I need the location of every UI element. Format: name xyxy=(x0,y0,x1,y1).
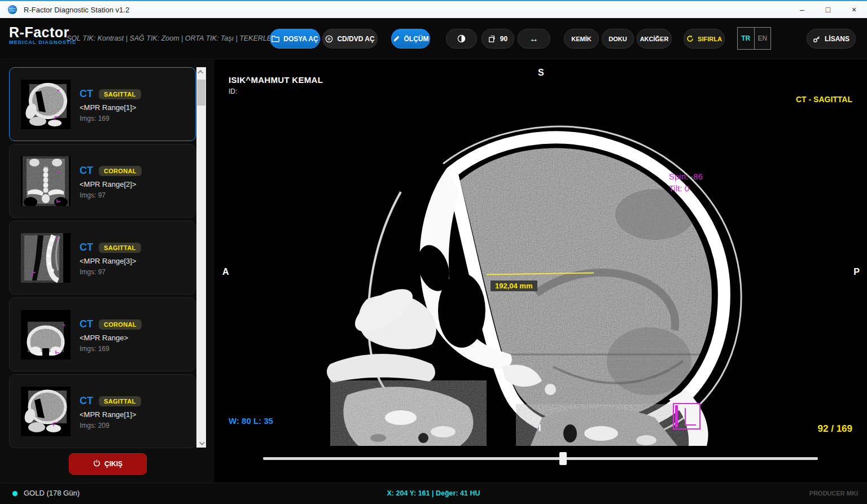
measure-label: ÖLÇÜM xyxy=(404,35,429,43)
series-image-count: Imgs: 97 xyxy=(80,268,106,276)
image-viewport[interactable]: ISIK^MAHMUT KEMAL ID: CT - SAGITTAL S A … xyxy=(214,59,867,483)
series-range: <MPR Range[1]> xyxy=(80,410,136,419)
slice-slider-track[interactable] xyxy=(263,457,818,460)
producer-label: PRODUCER MKI xyxy=(809,490,858,497)
orientation-posterior: P xyxy=(853,267,860,277)
orientation-superior: S xyxy=(538,68,544,78)
series-card-5[interactable]: CTSAGITTAL <MPR Range[1]> Imgs: 209 xyxy=(9,374,196,448)
application-window: R-Factor Diagnostic Station v1.2 – □ × R… xyxy=(0,0,867,504)
mouse-hint-text: SOL TIK: Kontrast | SAĞ TIK: Zoom | ORTA… xyxy=(67,34,296,42)
open-cd-button[interactable]: CD/DVD AÇ xyxy=(322,29,378,49)
series-thumbnail-coronal-head xyxy=(21,310,71,360)
maximize-button[interactable]: □ xyxy=(815,1,841,18)
open-cd-label: CD/DVD AÇ xyxy=(337,35,374,43)
close-button[interactable]: × xyxy=(841,1,867,18)
scroll-up-icon[interactable] xyxy=(196,67,206,76)
key-icon xyxy=(813,35,821,43)
tilt-value: Tilt: 0 xyxy=(669,182,703,194)
lung-window-label: AKCİĞER xyxy=(640,36,669,42)
series-card-2[interactable]: CTCORONAL <MPR Range[2]> Imgs: 97 xyxy=(9,144,196,218)
series-plane-badge: CORONAL xyxy=(99,166,142,176)
series-image-count: Imgs: 209 xyxy=(80,422,110,430)
series-modality: CT xyxy=(80,395,93,407)
contrast-icon xyxy=(457,34,466,43)
slice-slider-thumb[interactable] xyxy=(559,452,567,465)
series-thumbnail-coronal-neck xyxy=(21,156,71,206)
rotate-90-button[interactable]: 90 xyxy=(481,29,514,49)
series-modality: CT xyxy=(80,242,93,253)
scrollbar-thumb[interactable] xyxy=(197,80,205,106)
spin-tilt-readout: Spin: -86 Tilt: 0 xyxy=(669,170,703,194)
titlebar: R-Factor Diagnostic Station v1.2 – □ × xyxy=(0,0,867,18)
lung-window-button[interactable]: AKCİĞER xyxy=(637,29,672,49)
slice-counter: 92 / 169 xyxy=(818,423,852,435)
patient-name: ISIK^MAHMUT KEMAL xyxy=(229,75,323,85)
scroll-down-icon[interactable] xyxy=(196,439,206,448)
series-image-count: Imgs: 169 xyxy=(80,115,110,122)
series-image-count: Imgs: 97 xyxy=(80,191,106,199)
series-thumbnail-sagittal-head xyxy=(21,80,71,129)
series-range: <MPR Range[2]> xyxy=(80,180,136,189)
tissue-window-button[interactable]: DOKU xyxy=(602,29,634,49)
window-title: R-Factor Diagnostic Station v1.2 xyxy=(24,6,129,14)
series-card-1[interactable]: CTSAGITTAL <MPR Range[1]> Imgs: 169 xyxy=(9,67,196,141)
cursor-value-readout: X: 204 Y: 161 | Değer: 41 HU xyxy=(0,489,867,497)
reset-button[interactable]: SIFIRLA xyxy=(684,29,725,49)
series-range: <MPR Range> xyxy=(80,334,128,342)
sidebar-scrollbar[interactable] xyxy=(196,67,206,448)
series-sidebar: CTSAGITTAL <MPR Range[1]> Imgs: 169 xyxy=(0,59,214,483)
orientation-anterior: A xyxy=(222,267,229,277)
status-bar: GOLD (178 Gün) X: 204 Y: 161 | Değer: 41… xyxy=(0,483,867,504)
exit-button[interactable]: ÇIKIŞ xyxy=(69,453,147,475)
series-image-count: Imgs: 169 xyxy=(80,345,110,353)
series-plane-badge: SAGITTAL xyxy=(99,396,141,406)
series-card-3[interactable]: CTSAGITTAL <MPR Range[3]> Imgs: 97 xyxy=(9,221,196,295)
bone-window-label: KEMİK xyxy=(571,36,591,42)
exit-label: ÇIKIŞ xyxy=(104,460,122,468)
window-level-readout: W: 80 L: 35 xyxy=(229,416,273,426)
series-plane-badge: SAGITTAL xyxy=(99,243,141,253)
power-icon xyxy=(93,459,100,468)
spin-value: Spin: -86 xyxy=(669,170,703,182)
series-modality: CT xyxy=(80,88,93,100)
measure-button[interactable]: ÖLÇÜM xyxy=(391,29,430,49)
disc-icon xyxy=(325,35,333,43)
language-tr-button[interactable]: TR xyxy=(738,28,755,49)
toolbar: R-Factor MEDICAL DIAGNOSTIC SOL TIK: Kon… xyxy=(0,18,867,59)
series-range: <MPR Range[3]> xyxy=(80,257,136,265)
minimize-button[interactable]: – xyxy=(789,1,815,18)
rotate-90-label: 90 xyxy=(500,35,507,43)
series-modality: CT xyxy=(80,318,93,330)
series-plane-badge: SAGITTAL xyxy=(99,89,141,99)
series-modality: CT xyxy=(80,165,93,177)
app-logo-icon xyxy=(8,5,17,14)
open-file-button[interactable]: DOSYA AÇ xyxy=(270,29,320,49)
rotate-90-icon xyxy=(488,35,496,43)
invert-contrast-button[interactable] xyxy=(446,29,477,49)
bone-window-button[interactable]: KEMİK xyxy=(564,29,599,49)
folder-icon xyxy=(272,36,279,42)
series-plane-badge: CORONAL xyxy=(99,319,142,330)
open-file-label: DOSYA AÇ xyxy=(283,35,318,43)
flip-horizontal-icon: ↔ xyxy=(529,34,538,44)
language-en-button[interactable]: EN xyxy=(755,28,771,49)
series-thumbnail-sagittal-head xyxy=(21,387,71,436)
reset-label: SIFIRLA xyxy=(698,36,722,42)
language-toggle: TR EN xyxy=(737,27,771,50)
pencil-icon xyxy=(393,35,400,42)
series-thumbnail-sagittal-spine xyxy=(21,233,71,283)
tissue-window-label: DOKU xyxy=(608,36,627,42)
series-card-4[interactable]: CTCORONAL <MPR Range> Imgs: 169 xyxy=(9,297,196,371)
flip-horizontal-button[interactable]: ↔ xyxy=(518,29,550,49)
measurement-value-label[interactable]: 192,04 mm xyxy=(491,281,537,291)
reset-icon xyxy=(686,35,694,42)
patient-id-label: ID: xyxy=(229,87,237,95)
license-label: LİSANS xyxy=(825,35,850,43)
license-button[interactable]: LİSANS xyxy=(807,29,856,49)
orientation-inferior: I xyxy=(538,423,541,433)
series-range: <MPR Range[1]> xyxy=(80,103,136,112)
roi-annotation[interactable] xyxy=(673,403,700,430)
series-description-label: CT - SAGITTAL xyxy=(796,95,852,104)
